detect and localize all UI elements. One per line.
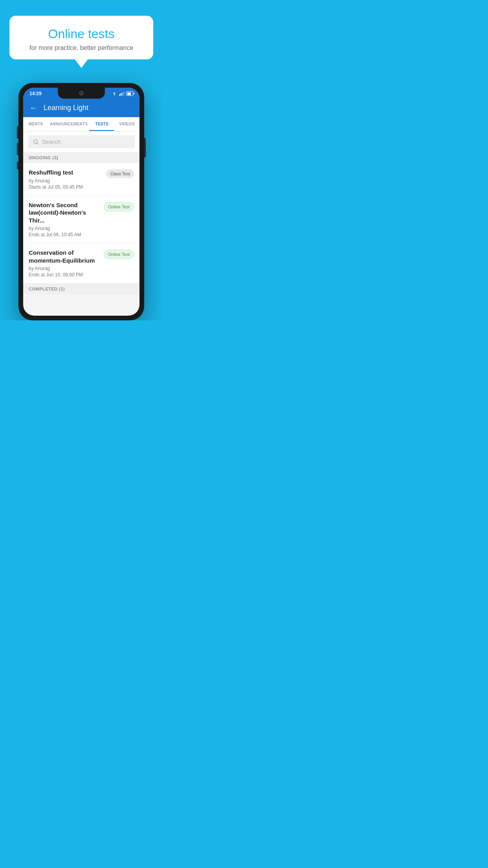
- tab-announcements[interactable]: ANNOUNCEMENTS: [48, 117, 90, 131]
- test-name-1: Reshuffling test: [29, 169, 102, 177]
- app-bar: ← Learning Light: [23, 99, 139, 117]
- phone-screen: 14:29: [23, 88, 139, 316]
- signal-icon: [119, 91, 125, 96]
- battery-fill: [127, 92, 131, 95]
- wifi-icon: [111, 91, 117, 96]
- test-badge-1: Class Test: [106, 169, 134, 178]
- tab-bar: MENTS ANNOUNCEMENTS TESTS VIDEOS: [23, 117, 139, 131]
- test-author-3: by Anurag: [29, 266, 100, 271]
- phone-vol-down-button: [17, 143, 18, 155]
- phone-outer: 14:29: [18, 83, 144, 320]
- phone-camera: [79, 91, 84, 96]
- status-time: 14:29: [29, 91, 42, 96]
- test-badge-3: Online Test: [104, 250, 134, 259]
- tab-videos[interactable]: VIDEOS: [114, 117, 139, 131]
- tab-ments[interactable]: MENTS: [23, 117, 48, 131]
- test-time-3: Ends at Jun 10, 06:00 PM: [29, 272, 100, 278]
- test-item-3[interactable]: Conservation of momentum-Equilibrium by …: [23, 243, 139, 283]
- test-item-1[interactable]: Reshuffling test by Anurag Starts at Jul…: [23, 163, 139, 196]
- speech-bubble: Online tests for more practice, better p…: [9, 16, 153, 59]
- test-time-1: Starts at Jul 05, 05:45 PM: [29, 184, 102, 190]
- ongoing-section-header: ONGOING (3): [23, 152, 139, 163]
- test-item-2[interactable]: Newton's Second law(contd)-Newton's Thir…: [23, 196, 139, 244]
- test-info-3: Conservation of momentum-Equilibrium by …: [29, 249, 100, 278]
- app-bar-title: Learning Light: [44, 104, 88, 112]
- battery-icon: [126, 91, 133, 96]
- search-input-wrapper[interactable]: Search: [28, 135, 135, 148]
- test-time-2: Ends at Jul 06, 10:45 AM: [29, 232, 100, 237]
- test-info-2: Newton's Second law(contd)-Newton's Thir…: [29, 201, 100, 238]
- speech-bubble-container: Online tests for more practice, better p…: [0, 0, 163, 59]
- search-icon: [33, 139, 39, 145]
- svg-rect-2: [122, 92, 123, 96]
- test-list: Reshuffling test by Anurag Starts at Jul…: [23, 163, 139, 283]
- speech-bubble-subtitle: for more practice, better performance: [19, 44, 144, 51]
- test-name-3: Conservation of momentum-Equilibrium: [29, 249, 100, 264]
- phone-power-button: [144, 138, 146, 158]
- phone-mockup: 14:29: [18, 83, 144, 320]
- test-author-2: by Anurag: [29, 226, 100, 231]
- phone-notch: [58, 88, 105, 99]
- svg-rect-3: [124, 92, 125, 96]
- svg-rect-0: [119, 94, 120, 96]
- back-button[interactable]: ←: [29, 103, 37, 112]
- svg-rect-1: [121, 93, 122, 96]
- speech-bubble-title: Online tests: [19, 27, 144, 41]
- completed-section-header: COMPLETED (1): [23, 283, 139, 294]
- test-name-2: Newton's Second law(contd)-Newton's Thir…: [29, 201, 100, 224]
- tab-tests[interactable]: TESTS: [89, 117, 114, 131]
- test-info-1: Reshuffling test by Anurag Starts at Jul…: [29, 169, 102, 190]
- search-placeholder: Search: [42, 138, 61, 145]
- phone-vol-up-button: [17, 126, 18, 139]
- svg-line-5: [37, 143, 38, 144]
- search-bar: Search: [23, 131, 139, 152]
- phone-left-button: [17, 162, 18, 169]
- status-icons: [111, 91, 133, 96]
- test-author-1: by Anurag: [29, 178, 102, 184]
- test-badge-2: Online Test: [104, 202, 134, 211]
